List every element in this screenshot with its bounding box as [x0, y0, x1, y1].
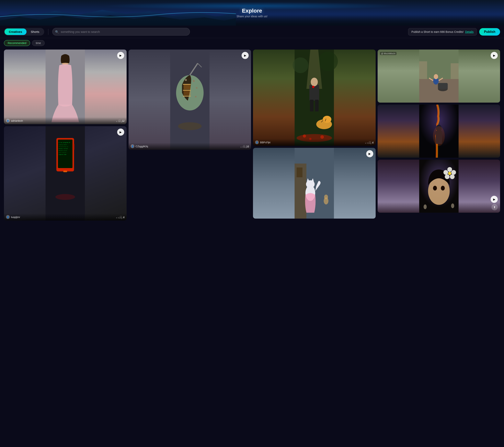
search-wrapper: 🔍	[52, 28, 190, 36]
kling-badge-4: ✦ Kling AI	[365, 142, 374, 144]
svg-point-55	[324, 195, 328, 199]
username-1: adrianleoh	[11, 119, 23, 122]
svg-point-16	[55, 194, 75, 200]
svg-rect-58	[419, 61, 427, 79]
svg-point-78	[450, 174, 454, 179]
kling-badge-1: ✦ Kling AI	[116, 121, 125, 123]
filter-recommended[interactable]: Recommended	[4, 40, 30, 46]
avatar-1: 👤	[6, 119, 10, 123]
svg-rect-23	[183, 90, 190, 95]
hero-mountains-svg	[0, 10, 236, 26]
kling-badge-2: ✦ Kling AI	[116, 217, 125, 219]
svg-text:Network active: Network active	[59, 150, 67, 151]
svg-text:Data transfer...: Data transfer...	[59, 152, 68, 153]
svg-point-73	[433, 186, 437, 191]
kling-badge-3: ✦ Kling AI	[240, 146, 249, 148]
svg-point-27	[195, 96, 196, 97]
card-footer-1: 👤 adrianleoh ♡ 12	[4, 117, 126, 124]
svg-point-80	[443, 170, 448, 175]
play-button-3[interactable]: ▶	[242, 52, 249, 59]
svg-rect-61	[438, 83, 448, 89]
tab-group: Creatives Shorts	[4, 28, 44, 36]
svg-point-83	[451, 203, 454, 208]
mochi-badge-6: @ MochiMochi	[380, 52, 397, 55]
card-user-1: 👤 adrianleoh	[6, 119, 23, 123]
svg-rect-57	[419, 79, 458, 103]
tab-shorts[interactable]: Shorts	[27, 29, 44, 35]
card-user-4: 👤 BBPcFjki	[255, 140, 270, 144]
svg-text:Loading module...: Loading module...	[59, 144, 69, 145]
avatar-2: 👤	[6, 215, 10, 219]
svg-point-33	[318, 52, 338, 71]
svg-rect-49	[297, 167, 303, 177]
svg-text:Process started: Process started	[59, 148, 68, 149]
svg-point-63	[434, 74, 438, 79]
svg-point-79	[445, 174, 449, 179]
svg-text:Initializing sys: Initializing sys	[59, 146, 68, 147]
nav-divider	[48, 29, 48, 35]
svg-rect-14	[74, 144, 74, 150]
filter-time[interactable]: time	[32, 40, 45, 46]
card-user-2: 👤 tuqqljmr	[6, 215, 20, 219]
svg-point-36	[312, 86, 315, 88]
svg-rect-15	[63, 171, 67, 172]
hero-banner: Explore Share your ideas with us!	[0, 0, 504, 26]
svg-point-82	[423, 204, 427, 209]
play-button-5[interactable]: ▶	[366, 150, 373, 157]
svg-point-28	[178, 122, 201, 130]
card-2[interactable]: $ run program.sh Loading module... Initi…	[4, 126, 126, 221]
svg-point-26	[196, 87, 197, 89]
card-footer-4: 👤 BBPcFjki ♡ 4	[253, 139, 376, 146]
play-button-1[interactable]: ▶	[117, 52, 124, 59]
svg-point-81	[448, 172, 451, 175]
svg-text:$ run program.sh: $ run program.sh	[59, 142, 70, 143]
card-8[interactable]: ▶ ⬆	[378, 160, 500, 213]
publish-button[interactable]: Publish	[479, 28, 500, 36]
card-4[interactable]: 👤 BBPcFjki ♡ 4 ✦ Kling AI	[253, 50, 376, 146]
svg-rect-37	[310, 100, 314, 111]
search-input[interactable]	[52, 28, 190, 36]
svg-rect-38	[315, 100, 319, 111]
svg-point-77	[451, 170, 456, 175]
avatar-3: 👤	[130, 144, 134, 148]
username-4: BBPcFjki	[260, 141, 270, 144]
svg-point-35	[311, 78, 318, 86]
card-6[interactable]: ▶ @ MochiMochi	[378, 50, 500, 103]
username-3: CZqggMJq	[136, 145, 148, 148]
card-footer-3: 👤 CZqggMJq ♡ 16	[128, 143, 251, 150]
hero-subtitle: Share your ideas with us!	[236, 15, 267, 18]
publish-details-link[interactable]: Details	[465, 30, 473, 34]
card-5[interactable]: ▶	[253, 148, 376, 219]
svg-rect-21	[183, 96, 191, 96]
card-7[interactable]	[378, 105, 500, 158]
scroll-top-button[interactable]: ⬆	[491, 204, 498, 210]
play-button-6[interactable]: ▶	[491, 52, 498, 59]
svg-point-24	[185, 79, 187, 81]
card-user-3: 👤 CZqggMJq	[130, 144, 148, 148]
tab-creatives[interactable]: Creatives	[4, 29, 27, 35]
svg-point-46	[320, 135, 324, 139]
card-footer-2: 👤 tuqqljmr ♡ 4	[4, 214, 126, 221]
avatar-4: 👤	[255, 140, 259, 144]
card-3[interactable]: ▶ 👤 CZqggMJq ♡ 16 ✦ Kling AI	[128, 50, 251, 150]
navbar: Creatives Shorts 🔍 Publish a Short to ea…	[0, 26, 504, 38]
svg-point-32	[293, 57, 308, 73]
search-icon: 🔍	[55, 30, 59, 34]
filter-bar: Recommended time	[0, 38, 504, 48]
username-2: tuqqljmr	[11, 216, 20, 219]
publish-banner: Publish a Short to earn 666 Bonus Credit…	[408, 28, 477, 36]
publish-banner-text: Publish a Short to earn 666 Bonus Credit…	[412, 30, 464, 34]
svg-point-44	[303, 134, 306, 138]
svg-point-25	[193, 80, 195, 82]
play-button-2[interactable]: ▶	[117, 128, 124, 136]
svg-point-74	[441, 186, 445, 191]
play-button-8[interactable]: ▶	[491, 196, 498, 203]
svg-text:Complete 100%: Complete 100%	[59, 154, 66, 155]
svg-rect-22	[183, 85, 190, 89]
svg-point-40	[323, 116, 331, 123]
svg-point-76	[447, 167, 452, 172]
content-grid: ▶ 👤 adrianleoh ♡ 12 ✦ Kling AI $ run pro…	[0, 48, 504, 224]
card-1[interactable]: ▶ 👤 adrianleoh ♡ 12 ✦ Kling AI	[4, 50, 126, 124]
svg-rect-59	[450, 63, 458, 79]
hero-title: Explore	[242, 8, 262, 14]
